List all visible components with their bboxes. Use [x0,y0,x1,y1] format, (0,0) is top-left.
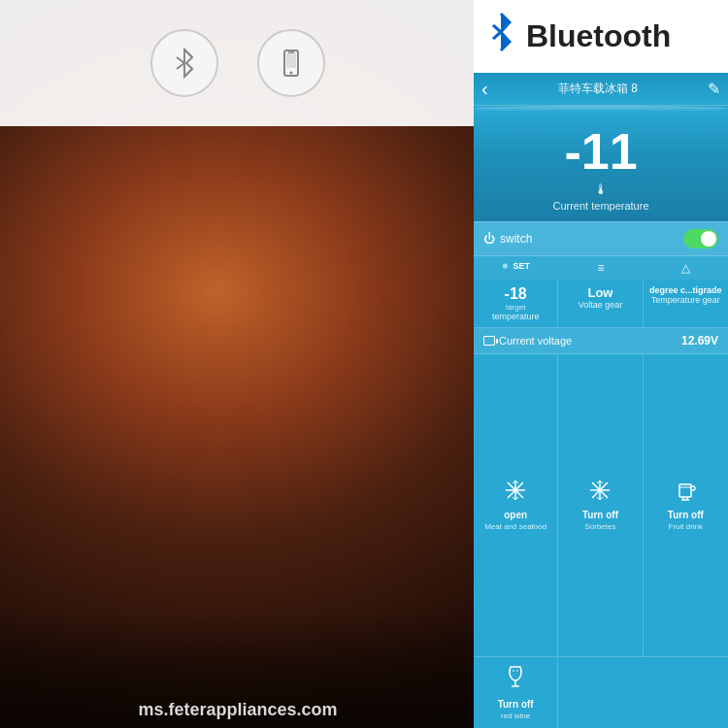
back-button[interactable]: ‹ [481,78,488,100]
temperature-value: -11 [483,126,718,177]
top-icon-area [0,0,476,126]
bluetooth-panel: Bluetooth ‹ 菲特车载冰箱 8 ✎ -11 🌡 Current tem… [474,0,728,728]
mode-grid: open Meat and seafood Turn [474,354,728,657]
setting-volt-value: Low [562,285,638,300]
snowflake-icon: ❄ [502,262,509,271]
mode-sorbetes-name: Sorbetes [584,522,615,531]
setting-temp-gear[interactable]: degree c...tigrade Temperature gear [644,280,728,327]
svg-line-1 [184,50,192,57]
temperature-display: -11 🌡 Current temperature [474,112,728,221]
bluetooth-title: Bluetooth [526,18,671,54]
wine-glass-icon [505,665,526,695]
svg-line-4 [177,63,184,69]
mode-fruit-drink[interactable]: Turn off Fruit drink [644,354,728,657]
menu-icon: ≡ [597,261,604,275]
snowflake-sorbet-icon [589,480,611,506]
edit-button[interactable]: ✎ [708,80,720,98]
set-header-mid: ≡ [558,259,643,277]
voltage-label: Current voltage [483,335,572,347]
svg-rect-30 [679,484,691,497]
bluetooth-icon-circle[interactable] [150,29,218,97]
mode-wine-name: red wine [501,711,530,720]
svg-point-7 [290,72,293,75]
set-header-left: ❄ SET [474,259,558,277]
voltage-row: Current voltage 12.69V [474,328,728,354]
cup-icon [675,480,696,506]
voltage-value: 12.69V [681,334,718,347]
bluetooth-logo-icon [483,12,518,61]
svg-line-3 [177,57,184,63]
setting-voltage-gear[interactable]: Low Voltae gear [558,280,643,327]
mode-fruit-name: Fruit drink [669,522,704,531]
set-label: SET [513,261,531,271]
setting-gear-value: degree c...tigrade [647,285,724,295]
setting-temp-value: -18 [478,285,553,303]
mode-meat-name: Meat and seafood [484,522,546,531]
mode-turnoff-wine-label: Turn off [498,699,534,710]
power-icon: ⏻ [483,232,495,246]
app-device-title: 菲特车载冰箱 8 [488,81,708,97]
bluetooth-header: Bluetooth [474,0,728,73]
settings-grid: -18 target temperature Low Voltae gear d… [474,280,728,328]
power-toggle[interactable] [683,229,718,248]
switch-label: ⏻ switch [483,232,532,246]
bottom-mode-row: Turn off red wine [474,657,728,728]
svg-line-2 [184,69,192,77]
watermark: ms.feterappliances.com [0,700,476,720]
svg-line-12 [493,25,501,32]
setting-temp-sublabel: target [478,303,553,312]
svg-rect-6 [286,52,296,68]
mode-red-wine[interactable]: Turn off red wine [474,657,558,728]
app-screen: ‹ 菲特车载冰箱 8 ✎ -11 🌡 Current temperature ⏻… [474,73,728,728]
setting-temperature[interactable]: -18 target temperature [474,280,558,327]
mode-sorbetes[interactable]: Turn off Sorbetes [558,354,643,657]
setting-temp-label: temperature [478,312,553,321]
snowflake-meat-icon [505,480,526,506]
mode-turnoff-fruit-label: Turn off [668,510,704,520]
app-topbar: ‹ 菲特车载冰箱 8 ✎ [474,73,728,106]
voltage-text: Current voltage [499,335,572,347]
mode-open-label: open [504,510,527,520]
switch-text: switch [500,232,532,246]
setting-volt-label: Voltae gear [562,300,638,310]
settings-header-row: ❄ SET ≡ △ [474,256,728,280]
mode-turnoff-sorbet-label: Turn off [582,510,618,520]
triangle-icon: △ [681,261,690,275]
switch-row: ⏻ switch [474,221,728,256]
temperature-label: Current temperature [483,200,718,212]
thermometer-icon: 🌡 [483,182,718,197]
phone-icon-circle[interactable] [257,29,325,97]
mode-meat-seafood[interactable]: open Meat and seafood [474,354,558,657]
set-header-right: △ [644,259,728,277]
battery-icon [483,336,495,346]
empty-bottom-cells [558,657,728,728]
svg-line-13 [493,32,501,39]
setting-gear-label: Temperature gear [647,295,724,305]
